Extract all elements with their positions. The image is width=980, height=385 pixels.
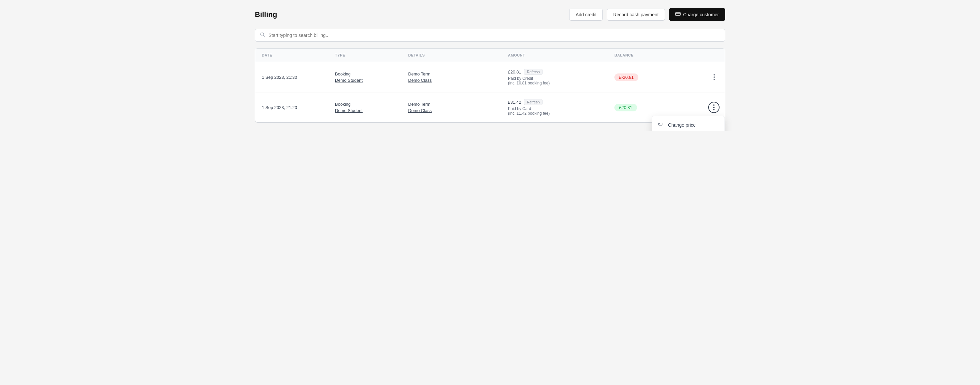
svg-point-3 (714, 74, 715, 76)
search-bar (255, 29, 725, 41)
svg-point-5 (714, 79, 715, 80)
row1-balance: £-20.81 (614, 73, 638, 81)
billing-table: DATE TYPE DETAILS AMOUNT BALANCE 1 Sep 2… (255, 48, 725, 123)
row2-balance-cell: £20.81 (614, 104, 718, 111)
price-tag-icon (658, 122, 664, 128)
add-credit-button[interactable]: Add credit (569, 9, 603, 21)
page-header: Billing Add credit Record cash payment C… (255, 8, 725, 21)
page-container: Billing Add credit Record cash payment C… (245, 0, 735, 131)
col-balance: BALANCE (614, 53, 718, 57)
card-icon (675, 11, 681, 17)
svg-point-4 (714, 76, 715, 78)
search-input[interactable] (269, 33, 720, 38)
search-icon (260, 32, 265, 38)
svg-point-7 (713, 107, 714, 108)
row2-detail-link[interactable]: Demo Class (408, 108, 432, 113)
header-actions: Add credit Record cash payment Charge cu… (569, 8, 725, 21)
row1-paid-by: Paid by Credit (508, 76, 611, 81)
svg-point-8 (713, 109, 714, 110)
col-amount: AMOUNT (508, 53, 614, 57)
row1-type-link[interactable]: Demo Student (335, 78, 363, 83)
svg-point-6 (713, 105, 714, 106)
charge-customer-button[interactable]: Charge customer (669, 8, 725, 21)
row2-amount-value: £31.42 (508, 100, 521, 105)
change-price-label: Change price (668, 122, 695, 128)
col-details: DETAILS (408, 53, 508, 57)
table-header: DATE TYPE DETAILS AMOUNT BALANCE (255, 49, 725, 62)
row2-detail-label: Demo Term (408, 102, 504, 107)
row1-details: Demo Term Demo Class (408, 71, 508, 83)
row2-paid-by: Paid by Card (508, 106, 611, 111)
row1-detail-link[interactable]: Demo Class (408, 78, 432, 83)
col-type: TYPE (335, 53, 408, 57)
row2-type-link[interactable]: Demo Student (335, 108, 363, 113)
row1-detail-label: Demo Term (408, 71, 504, 76)
row2-amount: £31.42 Refresh Paid by Card (inc. £1.42 … (508, 99, 614, 116)
dropdown-change-price[interactable]: Change price (652, 118, 724, 131)
svg-rect-10 (659, 124, 660, 124)
charge-customer-label: Charge customer (683, 12, 719, 17)
row2-details: Demo Term Demo Class (408, 102, 508, 113)
row1-type-label: Booking (335, 71, 404, 76)
record-cash-button[interactable]: Record cash payment (607, 9, 665, 21)
row1-amount-value: £20.81 (508, 70, 521, 74)
row2-type: Booking Demo Student (335, 102, 408, 113)
row1-refresh-btn[interactable]: Refresh (524, 69, 543, 75)
row1-action-button[interactable] (709, 72, 719, 82)
col-date: DATE (262, 53, 335, 57)
row1-date: 1 Sep 2023, 21:30 (262, 75, 335, 80)
table-row: 1 Sep 2023, 21:30 Booking Demo Student D… (255, 62, 725, 92)
page-title: Billing (255, 10, 277, 19)
dropdown-menu: Change price Adjust cost (652, 116, 725, 131)
row2-date: 1 Sep 2023, 21:20 (262, 105, 335, 110)
svg-rect-1 (675, 13, 680, 14)
row2-fee: (inc. £1.42 booking fee) (508, 111, 611, 116)
row1-balance-cell: £-20.81 (614, 73, 718, 81)
row2-type-label: Booking (335, 102, 404, 107)
row2-balance: £20.81 (614, 104, 637, 111)
row2-action-button[interactable] (708, 102, 719, 113)
table-row: 1 Sep 2023, 21:20 Booking Demo Student D… (255, 92, 725, 122)
row1-amount: £20.81 Refresh Paid by Credit (inc. £0.8… (508, 69, 614, 86)
row2-refresh-btn[interactable]: Refresh (524, 99, 543, 105)
row1-fee: (inc. £0.81 booking fee) (508, 81, 611, 86)
row1-type: Booking Demo Student (335, 71, 408, 83)
